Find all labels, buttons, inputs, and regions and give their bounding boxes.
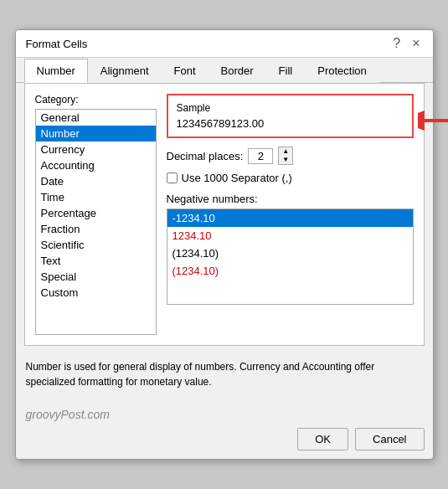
tab-number[interactable]: Number (24, 59, 88, 83)
button-row: OK Cancel (16, 428, 433, 459)
decimal-input[interactable] (248, 148, 273, 164)
negative-item-2[interactable]: 1234.10 (167, 227, 413, 244)
tab-font[interactable]: Font (162, 59, 209, 83)
close-button[interactable]: × (409, 37, 422, 50)
decimal-label: Decimal places: (167, 150, 244, 162)
sample-box: Sample 123456789123.00 (167, 94, 414, 138)
negative-label: Negative numbers: (167, 193, 414, 205)
sample-label: Sample (177, 102, 404, 114)
cancel-button[interactable]: Cancel (355, 428, 424, 450)
category-item-custom[interactable]: Custom (36, 285, 156, 301)
category-item-percentage[interactable]: Percentage (36, 205, 156, 221)
settings-panel: Sample 123456789123.00 Decimal places: (167, 94, 414, 335)
category-list[interactable]: General Number Currency Accounting Date … (35, 109, 157, 335)
tab-alignment[interactable]: Alignment (88, 59, 162, 83)
category-item-scientific[interactable]: Scientific (36, 237, 156, 253)
sample-value: 123456789123.00 (177, 117, 404, 130)
category-label: Category: (35, 94, 157, 106)
separator-checkbox[interactable] (167, 172, 178, 183)
tab-border[interactable]: Border (209, 59, 266, 83)
dialog-title: Format Cells (26, 38, 88, 50)
category-item-date[interactable]: Date (36, 173, 156, 189)
negative-item-4[interactable]: (1234.10) (167, 262, 413, 280)
decimal-increment[interactable]: ▲ (279, 147, 292, 156)
category-item-text[interactable]: Text (36, 253, 156, 269)
negative-list[interactable]: -1234.10 1234.10 (1234.10) (1234.10) (167, 208, 414, 305)
tab-fill[interactable]: Fill (266, 59, 306, 83)
title-bar-controls: ? × (390, 37, 422, 50)
negative-item-3[interactable]: (1234.10) (167, 244, 413, 262)
category-item-accounting[interactable]: Accounting (36, 157, 156, 173)
tab-content: Category: General Number Currency Accoun… (24, 83, 425, 346)
tab-protection[interactable]: Protection (305, 59, 379, 83)
tab-bar: Number Alignment Font Border Fill Protec… (16, 58, 433, 83)
description-text: Number is used for general display of nu… (26, 359, 423, 398)
dialog-footer: Number is used for general display of nu… (16, 354, 433, 408)
separator-row: Use 1000 Separator (,) (167, 172, 414, 184)
category-item-time[interactable]: Time (36, 189, 156, 205)
negative-item-1[interactable]: -1234.10 (167, 209, 413, 227)
title-bar: Format Cells ? × (16, 30, 433, 58)
help-button[interactable]: ? (390, 37, 403, 50)
sample-wrapper: Sample 123456789123.00 (167, 94, 414, 147)
category-item-number[interactable]: Number (36, 126, 156, 142)
category-item-special[interactable]: Special (36, 269, 156, 285)
decimal-row: Decimal places: ▲ ▼ (167, 147, 414, 165)
decimal-decrement[interactable]: ▼ (279, 156, 292, 164)
decimal-spinner: ▲ ▼ (278, 147, 293, 165)
category-item-general[interactable]: General (36, 110, 156, 126)
category-item-fraction[interactable]: Fraction (36, 221, 156, 237)
format-cells-dialog: Format Cells ? × Number Alignment Font B… (15, 29, 434, 460)
ok-button[interactable]: OK (297, 428, 348, 450)
category-panel: Category: General Number Currency Accoun… (35, 94, 157, 335)
red-arrow-icon (418, 104, 449, 137)
separator-label: Use 1000 Separator (,) (182, 172, 292, 184)
category-item-currency[interactable]: Currency (36, 142, 156, 157)
watermark: groovyPost.com (16, 408, 433, 428)
negative-section: Negative numbers: -1234.10 1234.10 (1234… (167, 193, 414, 305)
